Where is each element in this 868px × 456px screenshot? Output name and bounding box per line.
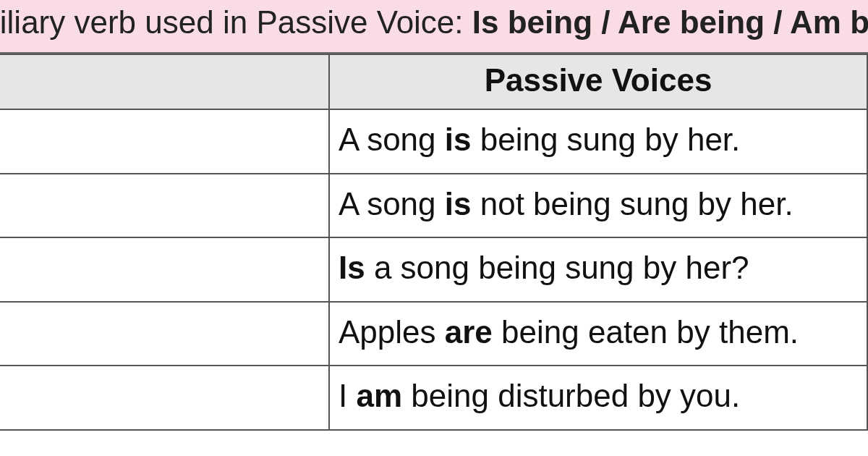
table-row: Is a song being sung by her? <box>0 237 867 302</box>
sentence-aux-verb: are <box>445 314 493 350</box>
passive-voice-cell: Is a song being sung by her? <box>329 237 867 302</box>
left-cell <box>0 302 329 366</box>
passive-voice-cell: A song is not being sung by her. <box>329 174 867 238</box>
passive-voice-cell: I am being disturbed by you. <box>329 366 867 430</box>
sentence-post: a song being sung by her? <box>365 250 749 285</box>
left-cell <box>0 109 329 174</box>
sentence-post: not being sung by her. <box>471 186 793 221</box>
sentence-pre: Apples <box>339 314 445 350</box>
column-header-passive-voices: Passive Voices <box>329 54 867 109</box>
sentence-post: being eaten by them. <box>493 314 799 350</box>
sentence-post: being sung by her. <box>471 122 740 157</box>
left-cell <box>0 366 329 430</box>
table-header-row: Passive Voices <box>0 54 867 109</box>
table-row: I am being disturbed by you. <box>0 366 867 430</box>
left-cell <box>0 237 329 302</box>
header-bold-text: Is being / Are being / Am being <box>472 4 868 40</box>
passive-voice-table: Passive Voices A song is being sung by h… <box>0 54 868 431</box>
sentence-aux-verb: am <box>356 378 402 413</box>
header-band: Auxiliary verb used in Passive Voice: Is… <box>0 0 868 54</box>
table-row: Apples are being eaten by them. <box>0 302 867 366</box>
header-lead-text: Auxiliary verb used in Passive Voice: <box>0 4 472 40</box>
sentence-pre: A song <box>339 186 445 221</box>
passive-voice-cell: Apples are being eaten by them. <box>329 302 867 366</box>
sentence-aux-verb: Is <box>339 250 365 285</box>
sentence-aux-verb: is <box>445 186 472 221</box>
left-cell <box>0 174 329 238</box>
passive-voice-cell: A song is being sung by her. <box>329 109 867 174</box>
sentence-post: being disturbed by you. <box>402 378 740 413</box>
table-row: A song is being sung by her. <box>0 109 867 174</box>
table-row: A song is not being sung by her. <box>0 174 867 238</box>
sentence-aux-verb: is <box>445 122 472 157</box>
sentence-pre: A song <box>339 122 445 157</box>
column-header-left <box>0 54 329 109</box>
sentence-pre: I <box>339 378 356 413</box>
